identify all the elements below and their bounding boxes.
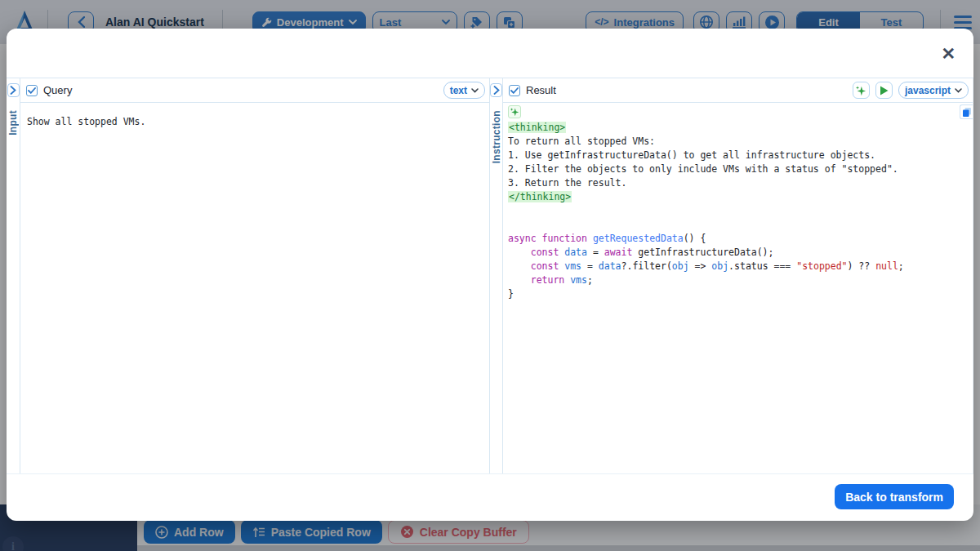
- copy-code-button[interactable]: [960, 104, 973, 119]
- result-panel: Result javascript: [503, 78, 973, 473]
- ai-generated-badge: [508, 105, 521, 118]
- panels-container: Input Query text: [7, 78, 973, 474]
- chevron-down-icon: [471, 88, 479, 93]
- query-format-select[interactable]: text: [443, 82, 485, 99]
- result-editor[interactable]: <thinking>To return all stopped VMs:1. U…: [503, 103, 973, 473]
- code-line: To return all stopped VMs:: [508, 135, 968, 149]
- code-line: const vms = data?.filter(obj => obj.stat…: [508, 260, 968, 273]
- result-format-value: javascript: [905, 85, 951, 96]
- code-line: <thinking>: [508, 121, 968, 135]
- check-icon: [28, 87, 36, 94]
- code-line: [508, 204, 968, 218]
- query-format-value: text: [450, 85, 467, 96]
- query-checkbox[interactable]: [26, 85, 38, 96]
- code-line: [508, 218, 968, 232]
- screen: Alan AI Quickstart Development Last: [0, 0, 980, 551]
- copy-icon: [962, 107, 972, 118]
- query-panel: Query text Show all stopped VMs.: [20, 78, 489, 473]
- modal-footer: Back to transform: [7, 474, 973, 521]
- code-line: async function getRequestedData() {: [508, 232, 968, 246]
- instruction-gutter-label: Instruction: [491, 110, 502, 163]
- query-panel-title: Query: [43, 84, 72, 96]
- code-line: return vms;: [508, 273, 968, 287]
- code-line: 3. Return the result.: [508, 176, 968, 190]
- result-code: <thinking>To return all stopped VMs:1. U…: [508, 121, 968, 301]
- input-gutter-label: Input: [7, 110, 19, 136]
- code-line: }: [508, 287, 968, 301]
- result-panel-title: Result: [526, 84, 556, 96]
- instruction-gutter: Instruction: [489, 78, 503, 473]
- chevron-right-icon: [493, 86, 500, 95]
- expand-input-button[interactable]: [7, 83, 20, 97]
- chevron-right-icon: [10, 86, 16, 95]
- code-line: 1. Use getInfrastructureData() to get al…: [508, 149, 968, 162]
- chevron-down-icon: [955, 88, 962, 93]
- transform-modal: ✕ Input Query: [7, 29, 973, 521]
- check-icon: [510, 87, 519, 94]
- query-editor[interactable]: Show all stopped VMs.: [20, 103, 489, 473]
- ai-generate-button[interactable]: [853, 82, 870, 99]
- result-format-select[interactable]: javascript: [898, 82, 969, 99]
- close-icon[interactable]: ✕: [941, 45, 956, 62]
- result-checkbox[interactable]: [509, 85, 520, 96]
- input-gutter: Input: [7, 78, 20, 473]
- sparkle-icon: [855, 85, 866, 96]
- play-icon: [880, 86, 889, 96]
- sparkle-icon: [510, 107, 519, 117]
- run-result-button[interactable]: [875, 82, 893, 99]
- code-line: const data = await getInfrastructureData…: [508, 246, 968, 260]
- result-panel-header: Result javascript: [503, 78, 973, 103]
- expand-instruction-button[interactable]: [490, 83, 502, 97]
- code-line: 2. Filter the objects to only include VM…: [508, 162, 968, 176]
- query-panel-header: Query text: [20, 78, 489, 103]
- back-to-transform-button[interactable]: Back to transform: [835, 484, 954, 509]
- code-line: </thinking>: [508, 190, 968, 204]
